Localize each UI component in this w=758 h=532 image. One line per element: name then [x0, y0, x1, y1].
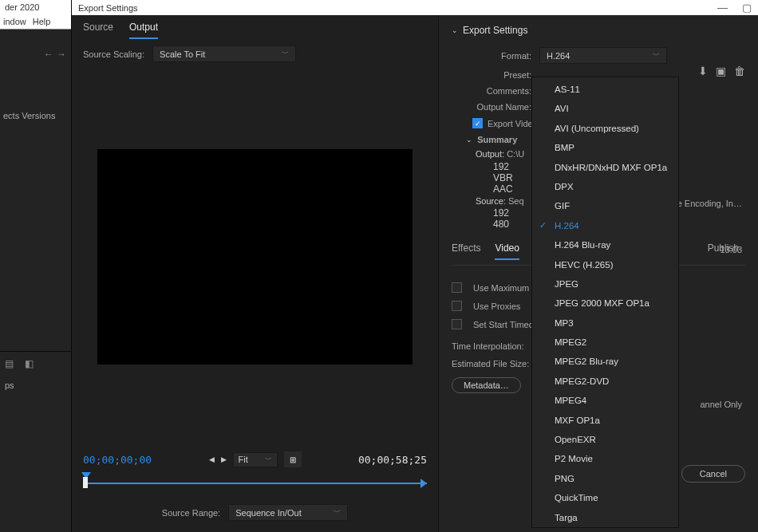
- source-scaling-dropdown[interactable]: Scale To Fit ﹀: [152, 45, 296, 62]
- format-option[interactable]: QuickTime: [532, 488, 678, 507]
- summary-output-path: C:\U: [507, 149, 524, 159]
- host-app-fragment: der 2020 indow Help ← → ects Versions ▤ …: [0, 0, 72, 532]
- preview-panel: Source Output Source Scaling: Scale To F…: [72, 15, 439, 532]
- estimated-size-label: Estimated File Size:: [452, 359, 529, 368]
- export-video-label: Export Video: [488, 119, 538, 128]
- source-scaling-label: Source Scaling:: [83, 49, 144, 59]
- minimize-button[interactable]: —: [717, 2, 728, 14]
- format-option[interactable]: DNxHR/DNxHD MXF OP1a: [532, 158, 678, 177]
- source-scaling-value: Scale To Fit: [160, 49, 205, 59]
- summary-output-label: Output:: [476, 149, 504, 159]
- save-preset-icon[interactable]: ▣: [716, 65, 726, 77]
- host-lower-label: ps: [0, 376, 72, 395]
- host-menu[interactable]: indow Help: [0, 15, 71, 30]
- format-option[interactable]: MPEG2: [532, 333, 678, 352]
- format-option[interactable]: MPEG2 Blu-ray: [532, 352, 678, 371]
- format-label: Format:: [452, 51, 539, 61]
- chevron-down-icon: ﹀: [282, 49, 289, 59]
- format-dropdown-menu[interactable]: AS-11AVIAVI (Uncompressed)BMPDNxHR/DNxHD…: [531, 77, 679, 528]
- use-proxies-checkbox[interactable]: [452, 301, 462, 311]
- out-point-handle[interactable]: [420, 479, 427, 488]
- window-title: Export Settings: [78, 3, 138, 13]
- export-video-checkbox[interactable]: ✓: [472, 118, 483, 128]
- chevron-down-icon: ﹀: [265, 455, 272, 465]
- format-option[interactable]: TIFF: [532, 527, 678, 532]
- tab-source[interactable]: Source: [83, 22, 113, 39]
- preset-label: Preset:: [452, 70, 539, 80]
- timeline-slider[interactable]: [83, 477, 427, 490]
- caret-down-icon: ⌄: [452, 26, 458, 34]
- tab-effects[interactable]: Effects: [452, 242, 480, 260]
- format-option[interactable]: AVI: [532, 99, 678, 118]
- host-lower-fragment: ▤ ◧ ps: [0, 351, 72, 399]
- use-proxies-label: Use Proxies: [473, 301, 520, 311]
- source-range-label: Source Range:: [162, 508, 220, 518]
- fit-dropdown[interactable]: Fit ﹀: [233, 452, 278, 467]
- format-option[interactable]: MPEG2-DVD: [532, 372, 678, 391]
- max-render-checkbox[interactable]: [452, 282, 462, 293]
- summary-title: Summary: [477, 135, 517, 144]
- source-range-dropdown[interactable]: Sequence In/Out ﹀: [228, 504, 348, 521]
- unknown-icon-2[interactable]: ◧: [25, 358, 34, 369]
- host-app-title: der 2020: [0, 0, 71, 15]
- slider-line: [83, 483, 427, 484]
- fit-value: Fit: [239, 455, 248, 464]
- in-point-handle[interactable]: [83, 477, 88, 488]
- source-range-value: Sequence In/Out: [235, 508, 302, 518]
- chevron-down-icon: ﹀: [334, 507, 341, 518]
- format-option[interactable]: HEVC (H.265): [532, 255, 678, 274]
- unknown-icon-1[interactable]: ▤: [5, 358, 14, 369]
- format-option[interactable]: H.264: [532, 216, 678, 235]
- format-option[interactable]: Targa: [532, 508, 678, 527]
- comments-label: Comments:: [452, 86, 539, 96]
- time-interpolation-label: Time Interpolation:: [452, 341, 524, 351]
- timecode-out[interactable]: 00;00;58;25: [358, 454, 427, 466]
- caret-down-icon[interactable]: ⌄: [466, 136, 472, 144]
- format-option[interactable]: P2 Movie: [532, 449, 678, 468]
- menu-help[interactable]: Help: [33, 17, 51, 27]
- tab-video[interactable]: Video: [495, 242, 519, 260]
- format-option[interactable]: MPEG4: [532, 391, 678, 410]
- format-option[interactable]: BMP: [532, 138, 678, 157]
- output-name-label: Output Name:: [452, 102, 539, 112]
- import-preset-icon[interactable]: ⬇: [698, 65, 708, 77]
- format-option[interactable]: MXF OP1a: [532, 411, 678, 430]
- format-option[interactable]: AS-11: [532, 80, 678, 99]
- versions-label: ects Versions: [0, 79, 71, 120]
- chevron-down-icon: ﹀: [653, 50, 660, 61]
- start-timecode-checkbox[interactable]: [452, 319, 462, 329]
- tab-publish[interactable]: Publish: [708, 242, 739, 254]
- aspect-ratio-button[interactable]: ⊞: [284, 451, 302, 467]
- format-option[interactable]: DPX: [532, 177, 678, 196]
- format-option[interactable]: PNG: [532, 469, 678, 488]
- cancel-button[interactable]: Cancel: [681, 465, 745, 483]
- format-option[interactable]: AVI (Uncompressed): [532, 119, 678, 138]
- maximize-button[interactable]: ▢: [742, 2, 752, 14]
- summary-source-label: Source:: [476, 196, 506, 206]
- format-option[interactable]: OpenEXR: [532, 430, 678, 449]
- format-option[interactable]: GIF: [532, 196, 678, 215]
- nav-arrows[interactable]: ← →: [0, 30, 71, 79]
- preview-tabs: Source Output: [72, 15, 438, 39]
- video-preview: [97, 149, 413, 365]
- metadata-button[interactable]: Metadata…: [452, 377, 521, 393]
- menu-window[interactable]: indow: [3, 17, 26, 27]
- timecode-in[interactable]: 00;00;00;00: [83, 454, 152, 466]
- alpha-hint: annel Only: [700, 400, 742, 409]
- arrow-right-icon[interactable]: →: [57, 49, 66, 60]
- delete-preset-icon[interactable]: 🗑: [734, 65, 745, 77]
- format-option[interactable]: MP3: [532, 313, 678, 333]
- mark-in-icon[interactable]: ◀: [209, 455, 215, 463]
- mark-out-icon[interactable]: ▶: [221, 455, 227, 463]
- tab-output[interactable]: Output: [129, 22, 158, 39]
- arrow-left-icon[interactable]: ←: [44, 49, 53, 60]
- export-settings-section[interactable]: ⌄ Export Settings: [452, 22, 745, 44]
- format-option[interactable]: JPEG: [532, 274, 678, 294]
- summary-source-val: Seq: [508, 196, 524, 206]
- format-value: H.264: [547, 51, 570, 61]
- titlebar: Export Settings — ▢: [72, 0, 758, 15]
- format-option[interactable]: H.264 Blu-ray: [532, 235, 678, 254]
- format-dropdown[interactable]: H.264 ﹀: [539, 47, 667, 64]
- format-option[interactable]: JPEG 2000 MXF OP1a: [532, 294, 678, 313]
- section-title-text: Export Settings: [463, 25, 527, 36]
